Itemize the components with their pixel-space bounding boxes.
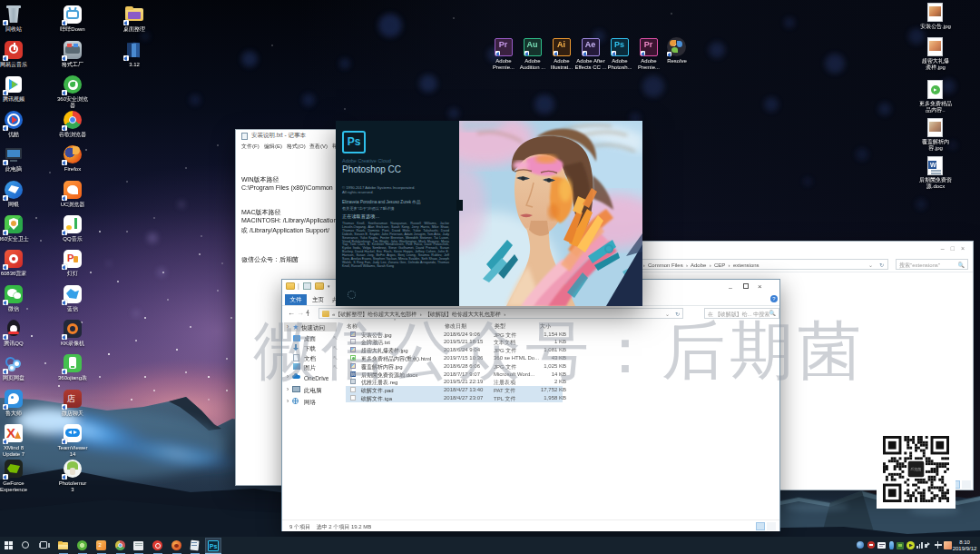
- svg-text:后期菌: 后期菌: [910, 467, 921, 471]
